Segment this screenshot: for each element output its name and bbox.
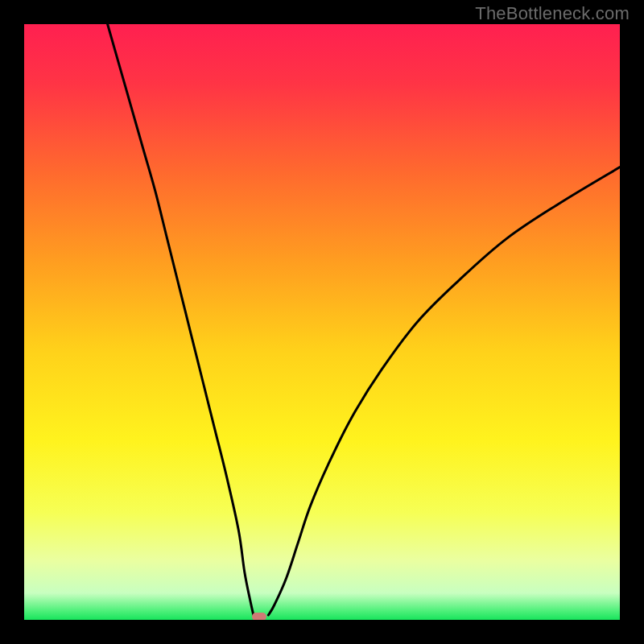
optimum-marker [252, 613, 266, 620]
chart-frame: TheBottleneck.com [0, 0, 644, 644]
plot-area [24, 24, 620, 620]
watermark-text: TheBottleneck.com [475, 3, 630, 24]
bottleneck-curve [24, 24, 620, 620]
